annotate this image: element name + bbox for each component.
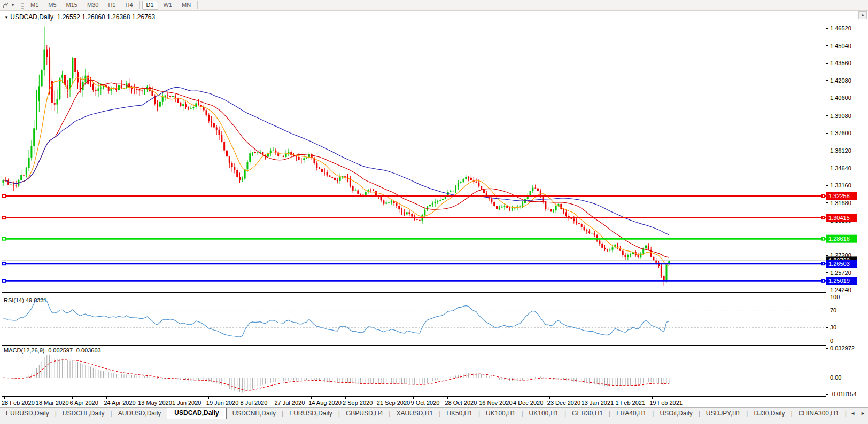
y-axis-tick-label: 1.24240	[830, 287, 851, 293]
macd-scale-label: -0.018154	[830, 391, 857, 397]
timeframe-button-M5[interactable]: M5	[44, 1, 60, 10]
macd-scale-label: 0.00	[830, 374, 841, 381]
y-axis-tick-label: 1.42080	[830, 77, 851, 84]
timeframe-button-H4[interactable]: H4	[121, 1, 137, 10]
toolbar-separator	[197, 1, 198, 9]
timeframe-button-H1[interactable]: H1	[104, 1, 120, 10]
chart-title: ▼ USDCAD,Daily 1.26552 1.26860 1.26368 1…	[4, 13, 155, 21]
svg-text:1.30415: 1.30415	[828, 215, 850, 221]
ohlc-high: 1.26860	[82, 13, 105, 21]
x-axis-date-label: 27 Jul 2020	[274, 399, 305, 406]
toolbar-separator	[140, 1, 140, 9]
timeframe-button-M30[interactable]: M30	[83, 1, 103, 10]
y-axis-tick-label: 1.31680	[830, 200, 851, 206]
rsi-scale-label: 70	[830, 307, 836, 313]
tab-scroll-left-icon[interactable]: ◄	[848, 411, 858, 416]
tab-dj30-daily[interactable]: DJ30,Daily	[748, 409, 790, 419]
timeframe-button-MN[interactable]: MN	[177, 1, 195, 10]
tab-usdcnh-daily[interactable]: USDCNH,Daily	[227, 409, 282, 419]
chart-title-symbol: USDCAD,Daily	[10, 13, 53, 21]
x-axis-date-label: 16 Nov 2020	[479, 399, 512, 406]
chart-canvas[interactable]: 1.465201.450401.435601.420801.406001.390…	[0, 0, 868, 407]
rsi-scale-label: 30	[830, 324, 836, 331]
y-axis-tick-label: 1.34640	[830, 165, 851, 171]
x-axis-date-label: 23 Dec 2020	[547, 399, 580, 406]
x-axis-date-label: 4 Dec 2020	[513, 399, 543, 406]
x-axis-date-label: 24 Apr 2020	[104, 399, 135, 406]
symbol-tab-bar: EURUSD,Daily|USDCHF,Daily|AUDUSD,DailyUS…	[0, 407, 868, 419]
y-axis-tick-label: 1.25720	[830, 270, 851, 276]
timeframe-button-W1[interactable]: W1	[159, 1, 177, 10]
tab-usoil-daily[interactable]: USOil,Daily	[654, 409, 698, 419]
svg-text:1.26503: 1.26503	[828, 261, 850, 267]
y-axis-tick-label: 1.37600	[830, 130, 851, 136]
tab-usdcad-daily[interactable]: USDCAD,Daily	[167, 407, 226, 419]
svg-text:1.28616: 1.28616	[828, 235, 850, 242]
trading-terminal-window: ▾ M1M5M15M30H1H4D1W1MN 1.465201.450401.4…	[0, 0, 868, 424]
x-axis-date-label: 1 Feb 2021	[615, 399, 645, 406]
rsi-indicator-label: RSI(14) 49.8331	[4, 297, 47, 303]
x-axis-date-label: 13 Jan 2021	[582, 399, 614, 406]
timeframe-toolbar: ▾ M1M5M15M30H1H4D1W1MN	[0, 0, 868, 11]
x-axis-date-label: 21 Sep 2020	[377, 399, 410, 406]
tab-usdchf-daily[interactable]: USDCHF,Daily	[57, 409, 111, 419]
status-bar	[0, 419, 868, 424]
tool-dropdown-caret-icon[interactable]: ▾	[11, 3, 16, 7]
x-axis-date-label: 18 Mar 2020	[36, 399, 69, 406]
macd-indicator-label: MACD(12,26,9) -0.002597 -0.003603	[4, 347, 101, 354]
tab-eurusd-daily[interactable]: EURUSD,Daily	[0, 409, 55, 419]
x-axis-date-label: 1 Jun 2020	[172, 399, 201, 406]
x-axis-date-label: 28 Oct 2020	[445, 399, 477, 406]
tab-eurusd-daily[interactable]: EURUSD,Daily	[283, 409, 338, 419]
x-axis-date-label: 9 Oct 2020	[411, 399, 440, 406]
chart-pane[interactable]	[2, 345, 826, 396]
ohlc-close: 1.26763	[132, 13, 155, 21]
y-axis-tick-label: 1.39080	[830, 113, 851, 119]
tab-fra40-h1[interactable]: FRA40,H1	[610, 409, 652, 419]
chart-menu-caret-icon[interactable]: ▼	[4, 15, 9, 20]
y-axis-tick-label: 1.40600	[830, 95, 851, 101]
ohlc-low: 1.26368	[107, 13, 130, 21]
tab-ger30-h1[interactable]: GER30,H1	[566, 409, 609, 419]
y-axis-tick-label: 1.33160	[830, 182, 851, 189]
tab-gbpusd-h4[interactable]: GBPUSD,H4	[340, 409, 389, 419]
chart-pane[interactable]	[2, 12, 826, 292]
tab-hk50-h1[interactable]: HK50,H1	[440, 409, 478, 419]
toolbar-grip-handle[interactable]	[21, 2, 24, 9]
x-axis-date-label: 6 Apr 2020	[70, 399, 98, 406]
timeframe-button-M1[interactable]: M1	[26, 1, 43, 10]
timeframe-button-M15[interactable]: M15	[62, 1, 82, 10]
timeframe-button-group: M1M5M15M30H1H4D1W1MN	[26, 1, 196, 10]
x-axis-date-label: 19 Feb 2021	[649, 399, 683, 406]
tab-uk100-h1[interactable]: UK100,H1	[523, 409, 564, 419]
tab-scroll-arrows: ◄ ►	[847, 408, 868, 418]
y-axis-tick-label: 1.45040	[830, 43, 851, 49]
svg-text:1.32258: 1.32258	[828, 193, 850, 199]
y-axis-tick-label: 1.36120	[830, 147, 851, 154]
tab-xauusd-h1[interactable]: XAUUSD,H1	[390, 409, 439, 419]
tab-china300-h1[interactable]: CHINA300,H1	[793, 409, 845, 419]
svg-text:1.25019: 1.25019	[828, 278, 850, 284]
scroll-up-button[interactable]: ▲	[858, 11, 867, 19]
macd-scale-label: 0.032972	[830, 345, 855, 351]
x-axis-date-label: 2 Sep 2020	[343, 399, 373, 406]
x-axis-date-label: 28 Feb 2020	[2, 399, 35, 406]
ohlc-open: 1.26552	[57, 13, 80, 21]
x-axis-date-label: 19 Jun 2020	[206, 399, 239, 406]
chart-pane[interactable]	[2, 295, 826, 343]
tab-audusd-daily[interactable]: AUDUSD,Daily	[112, 409, 167, 419]
crosshair-tool-icon[interactable]	[0, 1, 11, 10]
rsi-scale-label: 100	[830, 294, 840, 300]
y-axis-tick-label: 1.46520	[830, 25, 851, 32]
crosshair-glyph	[2, 2, 9, 9]
timeframe-button-D1[interactable]: D1	[142, 1, 158, 10]
tab-usdjpy-h1[interactable]: USDJPY,H1	[700, 409, 746, 419]
tab-scroll-right-icon[interactable]: ►	[858, 411, 868, 416]
x-axis-date-label: 8 Jul 2020	[241, 399, 268, 406]
tab-uk100-h1[interactable]: UK100,H1	[480, 409, 521, 419]
x-axis-date-label: 14 Aug 2020	[308, 399, 342, 406]
rsi-scale-label: 0	[830, 337, 833, 344]
x-axis-date-label: 13 May 2020	[138, 399, 172, 406]
y-axis-tick-label: 1.43560	[830, 60, 851, 66]
toolbar-separator	[18, 1, 18, 9]
